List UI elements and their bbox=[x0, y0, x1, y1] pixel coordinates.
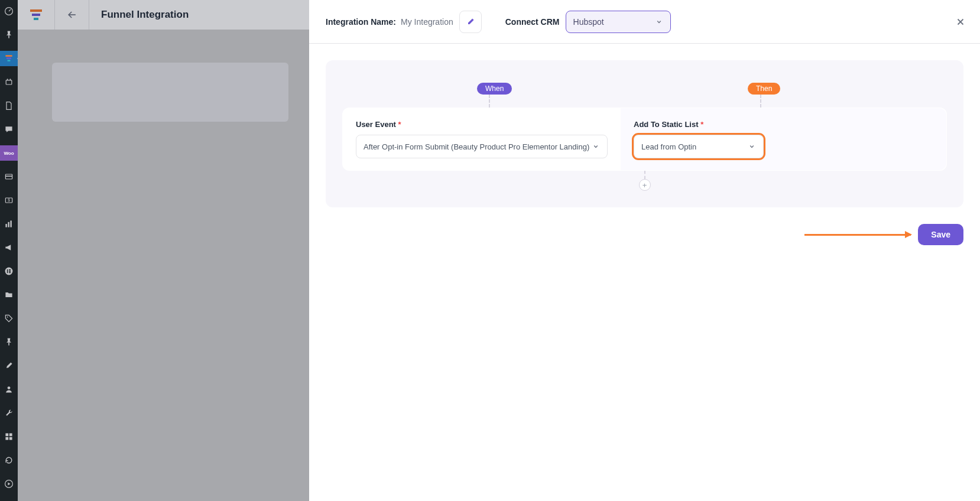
user-event-label: User Event * bbox=[356, 120, 608, 129]
svg-text:$: $ bbox=[8, 198, 10, 202]
play-icon[interactable] bbox=[0, 476, 18, 492]
rule-row: User Event * After Opt-in Form Submit (B… bbox=[342, 108, 947, 171]
chevron-down-icon bbox=[655, 18, 663, 26]
integration-name-value: My Integration bbox=[401, 17, 453, 27]
chevron-down-icon bbox=[748, 142, 756, 151]
dollar-icon[interactable]: $ bbox=[0, 193, 18, 208]
static-list-select[interactable]: Lead from Optin bbox=[634, 135, 764, 158]
svg-rect-5 bbox=[6, 80, 12, 84]
svg-rect-13 bbox=[8, 222, 9, 227]
then-connector bbox=[760, 95, 761, 108]
svg-rect-9 bbox=[5, 175, 12, 177]
crm-selected-value: Hubspot bbox=[573, 17, 604, 27]
svg-point-22 bbox=[8, 386, 11, 389]
tools-icon[interactable] bbox=[0, 405, 18, 421]
svg-rect-23 bbox=[5, 433, 8, 436]
modal-footer: Save bbox=[309, 224, 980, 262]
svg-rect-12 bbox=[5, 224, 7, 227]
static-list-label: Add To Static List * bbox=[634, 120, 933, 129]
crm-select[interactable]: Hubspot bbox=[566, 11, 671, 33]
brush-icon[interactable] bbox=[0, 358, 18, 373]
static-list-value: Lead from Optin bbox=[641, 142, 696, 151]
dashboard-icon[interactable] bbox=[0, 4, 18, 19]
when-pill: When bbox=[477, 83, 512, 95]
svg-rect-26 bbox=[9, 437, 12, 440]
svg-rect-1 bbox=[8, 35, 9, 38]
close-modal-button[interactable] bbox=[955, 17, 966, 30]
grid-icon[interactable] bbox=[0, 429, 18, 444]
tag-icon[interactable] bbox=[0, 311, 18, 326]
annotation-arrow bbox=[804, 234, 911, 236]
refresh-icon[interactable] bbox=[0, 453, 18, 468]
svg-rect-25 bbox=[5, 437, 8, 440]
svg-rect-16 bbox=[7, 269, 8, 273]
pushpin-icon[interactable] bbox=[0, 334, 18, 350]
user-event-value: After Opt-in Form Submit (Beauty Product… bbox=[364, 142, 589, 151]
add-rule-button[interactable]: + bbox=[639, 179, 651, 191]
plugin-icon[interactable] bbox=[0, 74, 18, 90]
integration-modal: Integration Name: My Integration Connect… bbox=[309, 0, 980, 501]
svg-rect-7 bbox=[10, 79, 11, 80]
edit-name-button[interactable] bbox=[459, 11, 482, 33]
svg-rect-18 bbox=[9, 271, 11, 272]
rules-card: When Then User Event * After Opt-in Form… bbox=[326, 60, 963, 207]
pin-icon[interactable] bbox=[0, 27, 18, 43]
svg-rect-3 bbox=[7, 57, 11, 58]
add-connector bbox=[644, 171, 645, 179]
megaphone-icon[interactable] bbox=[0, 240, 18, 255]
svg-rect-6 bbox=[7, 79, 8, 80]
svg-point-20 bbox=[7, 317, 8, 318]
modal-header: Integration Name: My Integration Connect… bbox=[309, 0, 980, 44]
when-column: User Event * After Opt-in Form Submit (B… bbox=[343, 108, 621, 170]
page: Funnel Integration Integration Name: My … bbox=[18, 0, 980, 501]
svg-rect-19 bbox=[9, 272, 11, 274]
svg-rect-21 bbox=[8, 343, 9, 346]
modal-body: When Then User Event * After Opt-in Form… bbox=[309, 44, 980, 224]
woo-icon[interactable]: Woo bbox=[0, 145, 18, 161]
funnel-icon[interactable] bbox=[0, 51, 18, 66]
admin-sidebar: Woo $ bbox=[0, 0, 18, 501]
analytics-icon[interactable] bbox=[0, 216, 18, 232]
comment-icon[interactable] bbox=[0, 122, 18, 137]
page-icon[interactable] bbox=[0, 98, 18, 113]
svg-rect-24 bbox=[9, 433, 12, 436]
then-column: Add To Static List * Lead from Optin bbox=[621, 108, 946, 170]
svg-rect-4 bbox=[8, 60, 11, 61]
elementor-icon[interactable] bbox=[0, 263, 18, 279]
save-button[interactable]: Save bbox=[918, 224, 963, 245]
add-row-area: + bbox=[342, 171, 947, 191]
svg-rect-14 bbox=[10, 220, 11, 227]
user-event-select[interactable]: After Opt-in Form Submit (Beauty Product… bbox=[356, 135, 608, 158]
when-connector bbox=[489, 95, 490, 108]
connect-crm-label: Connect CRM bbox=[505, 17, 560, 27]
chevron-down-icon bbox=[592, 142, 600, 151]
svg-rect-2 bbox=[5, 55, 12, 56]
users-icon[interactable] bbox=[0, 382, 18, 397]
integration-name-label: Integration Name: bbox=[326, 17, 396, 27]
then-pill: Then bbox=[748, 83, 780, 95]
card-icon[interactable] bbox=[0, 169, 18, 184]
svg-rect-17 bbox=[9, 269, 11, 271]
folder-icon[interactable] bbox=[0, 287, 18, 302]
